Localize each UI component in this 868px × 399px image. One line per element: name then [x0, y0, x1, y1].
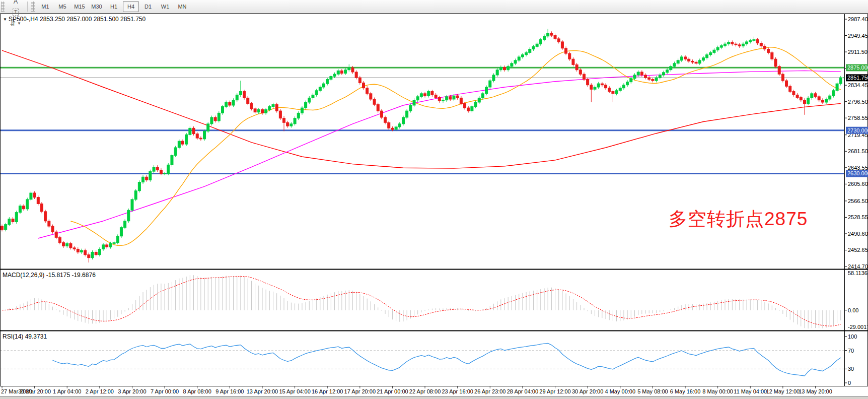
candle-body [19, 206, 21, 213]
candle-body [370, 94, 372, 99]
candle-body [48, 221, 50, 226]
candle-body [662, 73, 665, 75]
candle-body [377, 104, 379, 111]
toolbar-separator [27, 2, 28, 12]
candle-body [138, 182, 140, 191]
macd-signal-value: -19.6876 [71, 272, 95, 279]
candle-body [568, 53, 571, 59]
candle-body [446, 97, 448, 100]
candle-body [720, 46, 722, 47]
candle-body [413, 100, 415, 105]
candle-body [323, 84, 325, 87]
timeframe-button-d1[interactable]: D1 [140, 1, 156, 12]
timeframe-button-h1[interactable]: H1 [106, 1, 122, 12]
candle-body [30, 193, 32, 200]
candle-body [438, 98, 441, 101]
candle-body [594, 87, 596, 89]
candle-body [622, 85, 625, 88]
candle-body [706, 55, 708, 58]
time-tick-label: 29 Apr 12:00 [539, 388, 570, 394]
candle-body [250, 104, 253, 109]
candle-body [652, 80, 654, 81]
candle-body [543, 36, 546, 40]
candle-body [174, 148, 177, 155]
candle-body [55, 232, 57, 237]
rsi-name: RSI(14) [3, 333, 23, 340]
candle-body [557, 39, 560, 42]
time-tick-label: 8 May 00:00 [702, 388, 733, 394]
toolbar-grip-2[interactable] [31, 2, 35, 12]
candle-body [189, 128, 191, 135]
timeframe-button-m15[interactable]: M15 [71, 1, 88, 12]
price-tick-label: 2834.450 [848, 82, 868, 88]
time-tick-label: 13 May 20:00 [799, 388, 832, 394]
candle-body [738, 45, 741, 46]
symbol-dropdown-icon[interactable]: ▼ [3, 17, 7, 22]
price-box-label: 2875.000 [847, 64, 868, 71]
candle-body [460, 98, 462, 103]
candle-body [12, 219, 14, 222]
timeframe-button-m30[interactable]: M30 [89, 1, 105, 12]
price-box-label: 2851.750 [847, 75, 868, 81]
candle-body [485, 87, 488, 94]
candle-body [659, 75, 661, 78]
candle-body [640, 72, 643, 75]
candle-body [113, 243, 115, 244]
price-tick-label: 2605.600 [848, 181, 868, 187]
timeframe-button-m5[interactable]: M5 [54, 1, 70, 12]
candle-body [811, 94, 813, 98]
candle-body [333, 74, 336, 76]
candle-body [160, 170, 162, 174]
candle-body [680, 57, 683, 60]
chart-text-annotation[interactable]: 多空转折点2875 [669, 207, 808, 232]
candle-body [44, 212, 47, 221]
candle-body [746, 42, 748, 44]
candle-body [286, 122, 289, 126]
toolbar-grip[interactable] [1, 2, 5, 12]
candle-body [66, 243, 68, 246]
time-tick-label: 2 Apr 12:00 [86, 388, 114, 394]
candle-body [305, 102, 307, 108]
price-tick-label: 2758.550 [848, 115, 868, 121]
candle-body [832, 91, 835, 96]
candle-body [670, 66, 672, 70]
rsi-current-value: 49.3731 [25, 333, 47, 340]
candle-body [301, 108, 303, 113]
candle-body [525, 52, 528, 54]
candle-body [630, 79, 632, 82]
candle-body [514, 60, 517, 63]
chart-canvas[interactable]: 2987.4002949.4502911.5002873.5502834.450… [0, 0, 868, 399]
candle-body [416, 97, 419, 100]
candle-body [467, 108, 470, 111]
candle-body [337, 71, 339, 74]
candle-body [210, 117, 213, 124]
timeframe-button-m1[interactable]: M1 [37, 1, 53, 12]
price-tick-label: 2566.500 [848, 198, 868, 204]
candle-body [684, 57, 687, 59]
candle-body [77, 249, 79, 252]
candle-body [340, 71, 343, 73]
timeframe-button-h4[interactable]: H4 [123, 1, 139, 12]
candle-body [572, 59, 574, 64]
candle-body [315, 91, 318, 95]
line-studies-toolbar: FAT⇵▼ [7, 0, 25, 29]
macd-current-value: -15.8175 [46, 272, 70, 279]
candle-body [442, 100, 444, 101]
candle-body [146, 177, 148, 180]
candle-body [499, 68, 502, 70]
candle-body [15, 213, 18, 222]
timeframe-button-mn[interactable]: MN [174, 1, 190, 12]
candle-body [713, 50, 715, 52]
text-tool-button[interactable]: A [7, 0, 24, 7]
candle-body [275, 104, 278, 111]
candle-body [120, 228, 122, 236]
candle-body [492, 75, 495, 81]
candle-body [615, 91, 618, 94]
candle-body [742, 44, 744, 46]
candle-body [814, 94, 817, 97]
candle-body [283, 118, 285, 123]
time-tick-label: 5 May 08:00 [637, 388, 668, 394]
candle-body [229, 102, 231, 105]
candle-body [297, 113, 300, 118]
timeframe-button-w1[interactable]: W1 [157, 1, 173, 12]
